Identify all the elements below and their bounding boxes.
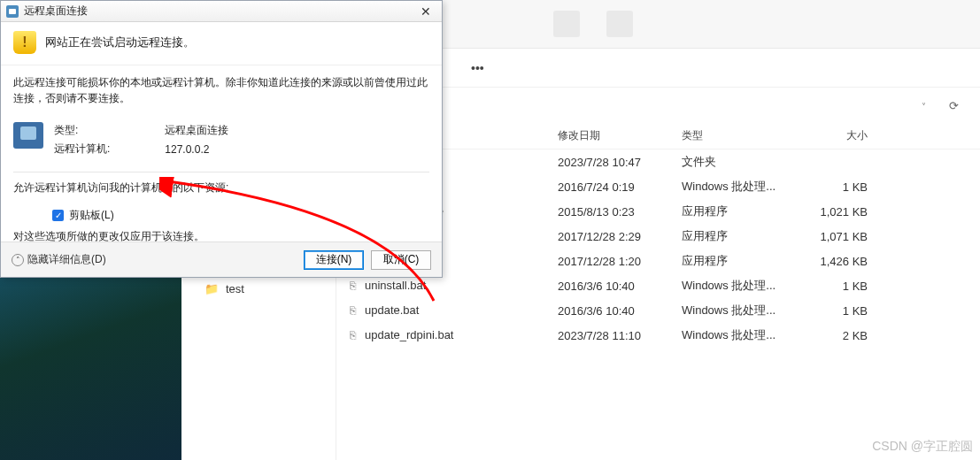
hide-detail-label: 隐藏详细信息(D): [27, 252, 106, 267]
file-date: 2023/7/28 10:47: [558, 156, 682, 169]
dialog-titlebar[interactable]: 远程桌面连接 ✕: [1, 1, 442, 22]
dialog-title: 远程桌面连接: [24, 4, 413, 19]
file-type: Windows 批处理...: [682, 303, 797, 318]
col-size[interactable]: 大小: [797, 128, 868, 143]
file-type: 应用程序: [682, 253, 797, 269]
col-date[interactable]: 修改日期: [558, 128, 682, 143]
file-row[interactable]: ⎘update.bat2016/3/6 10:40Windows 批处理...1…: [336, 298, 980, 323]
file-size: 1 KB: [797, 304, 868, 318]
close-button[interactable]: ✕: [413, 4, 438, 19]
chevron-down-icon: ˅: [922, 102, 926, 111]
nav-label: test: [226, 282, 244, 295]
document-icon: [553, 11, 580, 37]
collapse-arrow-icon: ˄: [12, 254, 24, 266]
col-type[interactable]: 类型: [682, 128, 797, 143]
dialog-body-text: 此远程连接可能损坏你的本地或远程计算机。除非你知道此连接的来源或以前曾使用过此连…: [13, 74, 429, 106]
file-size: 1,071 KB: [797, 230, 868, 243]
clipboard-label: 剪贴板(L): [69, 208, 114, 223]
host-value: 127.0.0.2: [117, 141, 234, 157]
connect-button[interactable]: 连接(N): [304, 250, 364, 270]
dialog-warning-row: ! 网站正在尝试启动远程连接。: [1, 22, 442, 65]
bat-icon: ⎘: [345, 303, 359, 318]
dialog-warning-text: 网站正在尝试启动远程连接。: [45, 35, 195, 50]
refresh-button[interactable]: ˅ ⟳: [922, 99, 971, 112]
computer-icon: [13, 122, 43, 149]
file-type: Windows 批处理...: [682, 327, 797, 343]
refresh-icon: ⟳: [949, 99, 959, 112]
file-date: 2017/12/28 1:20: [558, 255, 682, 268]
file-name: ⎘uninstall.bat: [345, 279, 558, 293]
hide-detail-button[interactable]: ˄ 隐藏详细信息(D): [12, 252, 106, 267]
file-name: ⎘update_rdpini.bat: [345, 328, 558, 342]
file-date: 2015/8/13 0:23: [558, 205, 682, 218]
dialog-footer: ˄ 隐藏详细信息(D) 连接(N) 取消(C): [1, 242, 442, 277]
document-icon: [606, 11, 633, 37]
cancel-button[interactable]: 取消(C): [371, 250, 431, 270]
host-label: 远程计算机:: [54, 141, 115, 157]
file-date: 2023/7/28 11:10: [558, 329, 682, 342]
clipboard-checkbox-row[interactable]: ✓ 剪贴板(L): [13, 204, 429, 228]
file-type: Windows 批处理...: [682, 179, 797, 195]
ellipsis-icon: •••: [471, 61, 484, 75]
bat-icon: ⎘: [345, 328, 359, 342]
dialog-body: 此远程连接可能损坏你的本地或远程计算机。除非你知道此连接的来源或以前曾使用过此连…: [1, 65, 442, 262]
resource-label: 允许远程计算机访问我的计算机上的以下资源:: [13, 180, 429, 196]
file-type: 应用程序: [682, 203, 797, 219]
nav-icon: 📁: [204, 281, 219, 295]
nav-item[interactable]: 📁test: [181, 277, 336, 300]
file-size: 1 KB: [797, 180, 868, 194]
file-size: 1,021 KB: [797, 205, 868, 218]
file-size: 2 KB: [797, 329, 868, 342]
shield-warning-icon: !: [13, 31, 36, 54]
checkbox-checked-icon[interactable]: ✓: [52, 210, 64, 221]
file-date: 2017/12/28 2:29: [558, 230, 682, 243]
separator: [13, 172, 429, 172]
file-size: 1 KB: [797, 280, 868, 293]
file-type: 应用程序: [682, 228, 797, 244]
more-button[interactable]: •••: [466, 58, 490, 79]
file-name: ⎘update.bat: [345, 303, 558, 318]
bat-icon: ⎘: [345, 279, 359, 293]
type-value: 远程桌面连接: [117, 122, 234, 139]
close-icon: ✕: [421, 4, 431, 19]
rdp-icon: [6, 5, 19, 18]
watermark: CSDN @字正腔圆: [872, 439, 973, 455]
file-type: 文件夹: [682, 154, 797, 170]
dialog-info: 类型:远程桌面连接 远程计算机:127.0.0.2: [13, 115, 429, 168]
type-label: 类型:: [54, 122, 115, 139]
file-row[interactable]: ⎘update_rdpini.bat2023/7/28 11:10Windows…: [336, 323, 980, 348]
rdp-dialog: 远程桌面连接 ✕ ! 网站正在尝试启动远程连接。 此远程连接可能损坏你的本地或远…: [0, 0, 443, 278]
file-date: 2016/3/6 10:40: [558, 280, 682, 293]
file-type: Windows 批处理...: [682, 278, 797, 294]
file-date: 2016/3/6 10:40: [558, 304, 682, 318]
file-date: 2016/7/24 0:19: [558, 180, 682, 194]
file-size: 1,426 KB: [797, 255, 868, 268]
